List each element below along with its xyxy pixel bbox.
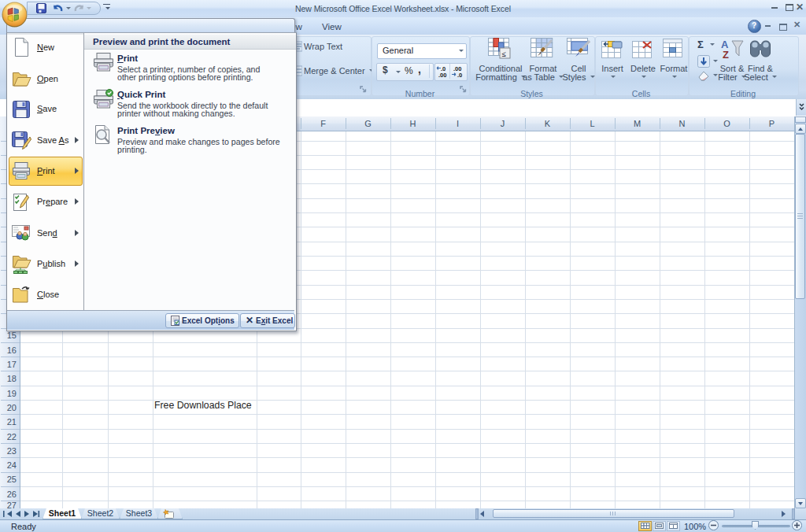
svg-text:M: M — [634, 119, 641, 128]
svg-text:23: 23 — [7, 446, 17, 456]
svg-text:N: N — [679, 119, 686, 128]
svg-text:20: 20 — [7, 403, 17, 412]
svg-text:P: P — [769, 119, 775, 128]
svg-text:J: J — [501, 119, 505, 128]
svg-text:I: I — [457, 119, 459, 128]
svg-text:O: O — [723, 119, 730, 128]
svg-text:27: 27 — [7, 501, 17, 509]
svg-text:21: 21 — [7, 417, 17, 427]
svg-text:26: 26 — [7, 490, 17, 499]
svg-text:F: F — [320, 119, 326, 128]
svg-text:L: L — [590, 119, 594, 128]
svg-text:24: 24 — [7, 460, 17, 470]
svg-text:25: 25 — [7, 475, 17, 484]
svg-text:G: G — [364, 119, 372, 128]
svg-text:18: 18 — [7, 374, 17, 383]
svg-text:17: 17 — [7, 360, 17, 369]
svg-text:.00: .00 — [438, 72, 446, 78]
svg-text:22: 22 — [7, 432, 17, 441]
svg-text:K: K — [545, 119, 551, 128]
svg-text:19: 19 — [7, 389, 17, 398]
svg-text:16: 16 — [7, 345, 17, 355]
svg-text:H: H — [410, 119, 416, 128]
svg-text:15: 15 — [7, 331, 17, 340]
svg-text:Free Downloads Place: Free Downloads Place — [154, 400, 252, 411]
svg-text:.0: .0 — [457, 72, 462, 78]
